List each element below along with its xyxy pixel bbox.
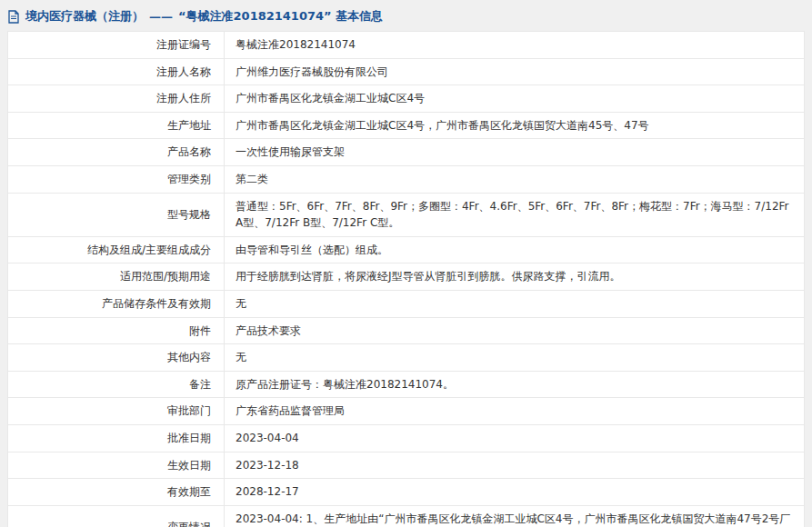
row-label: 注册人住所 <box>8 85 225 113</box>
row-value: 第二类 <box>225 165 805 193</box>
row-value: 产品技术要求 <box>225 317 805 344</box>
registration-info-table: 注册证编号粤械注准20182141074注册人名称广州维力医疗器械股份有限公司注… <box>7 31 805 527</box>
row-value: 广州市番禺区化龙镇金湖工业城C区4号 <box>225 85 805 113</box>
row-label: 变更情况 <box>8 505 225 527</box>
row-value: 广州维力医疗器械股份有限公司 <box>225 58 805 85</box>
row-label: 附件 <box>8 317 225 344</box>
row-label: 生产地址 <box>8 112 225 139</box>
row-label: 备注 <box>8 371 225 398</box>
header-title-prefix: 境内医疗器械（注册） <box>25 8 144 25</box>
info-table-body: 注册证编号粤械注准20182141074注册人名称广州维力医疗器械股份有限公司注… <box>8 32 805 527</box>
row-value: 2028-12-17 <box>225 479 805 506</box>
row-label: 其他内容 <box>8 344 225 372</box>
row-value: 普通型：5Fr、6Fr、7Fr、8Fr、9Fr；多圈型：4Fr、4.6Fr、5F… <box>225 193 805 236</box>
table-row: 型号规格普通型：5Fr、6Fr、7Fr、8Fr、9Fr；多圈型：4Fr、4.6F… <box>8 193 805 236</box>
row-label: 批准日期 <box>8 424 225 452</box>
row-value: 一次性使用输尿管支架 <box>225 139 805 166</box>
table-row: 批准日期2023-04-04 <box>8 424 805 452</box>
row-value: 粤械注准20182141074 <box>225 32 805 59</box>
table-row: 注册人名称广州维力医疗器械股份有限公司 <box>8 58 805 85</box>
row-label: 有效期至 <box>8 479 225 506</box>
document-icon <box>7 10 20 24</box>
row-value: 2023-12-18 <box>225 452 805 479</box>
row-value: 无 <box>225 344 805 372</box>
table-row: 有效期至2028-12-17 <box>8 479 805 506</box>
table-row: 管理类别第二类 <box>8 165 805 193</box>
table-row: 附件产品技术要求 <box>8 317 805 344</box>
row-label: 型号规格 <box>8 193 225 236</box>
row-value: 2023-04-04: 1、生产地址由“广州市番禺区化龙镇金湖工业城C区4号，广… <box>225 505 805 527</box>
row-label: 适用范围/预期用途 <box>8 264 225 291</box>
row-label: 注册人名称 <box>8 58 225 85</box>
table-row: 其他内容无 <box>8 344 805 372</box>
row-value: 原产品注册证号：粤械注准20182141074。 <box>225 371 805 398</box>
table-row: 产品储存条件及有效期无 <box>8 290 805 317</box>
row-value: 2023-04-04 <box>225 424 805 452</box>
row-label: 产品储存条件及有效期 <box>8 290 225 317</box>
row-label: 注册证编号 <box>8 32 225 59</box>
table-row: 结构及组成/主要组成成分由导管和导引丝（选配）组成。 <box>8 236 805 264</box>
row-label: 审批部门 <box>8 398 225 425</box>
table-row: 变更情况2023-04-04: 1、生产地址由“广州市番禺区化龙镇金湖工业城C区… <box>8 505 805 527</box>
row-label: 产品名称 <box>8 139 225 166</box>
row-value: 广东省药品监督管理局 <box>225 398 805 425</box>
table-row: 注册证编号粤械注准20182141074 <box>8 32 805 59</box>
table-row: 注册人住所广州市番禺区化龙镇金湖工业城C区4号 <box>8 85 805 113</box>
row-value: 用于经膀胱到达肾脏，将尿液经J型导管从肾脏引到膀胱。供尿路支撑，引流用。 <box>225 264 805 291</box>
row-label: 生效日期 <box>8 452 225 479</box>
row-label: 结构及组成/主要组成成分 <box>8 236 225 264</box>
row-value: 由导管和导引丝（选配）组成。 <box>225 236 805 264</box>
table-row: 生产地址广州市番禺区化龙镇金湖工业城C区4号，广州市番禺区化龙镇国贸大道南45号… <box>8 112 805 139</box>
table-row: 适用范围/预期用途用于经膀胱到达肾脏，将尿液经J型导管从肾脏引到膀胱。供尿路支撑… <box>8 264 805 291</box>
row-value: 广州市番禺区化龙镇金湖工业城C区4号，广州市番禺区化龙镇国贸大道南45号、47号 <box>225 112 805 139</box>
header-separator: —— <box>149 10 173 24</box>
table-row: 审批部门广东省药品监督管理局 <box>8 398 805 425</box>
header-title-main: “粤械注准20182141074” 基本信息 <box>178 8 383 25</box>
row-value: 无 <box>225 290 805 317</box>
table-row: 产品名称一次性使用输尿管支架 <box>8 139 805 166</box>
row-label: 管理类别 <box>8 165 225 193</box>
page-header: 境内医疗器械（注册） —— “粤械注准20182141074” 基本信息 <box>0 0 812 31</box>
table-row: 生效日期2023-12-18 <box>8 452 805 479</box>
table-row: 备注原产品注册证号：粤械注准20182141074。 <box>8 371 805 398</box>
